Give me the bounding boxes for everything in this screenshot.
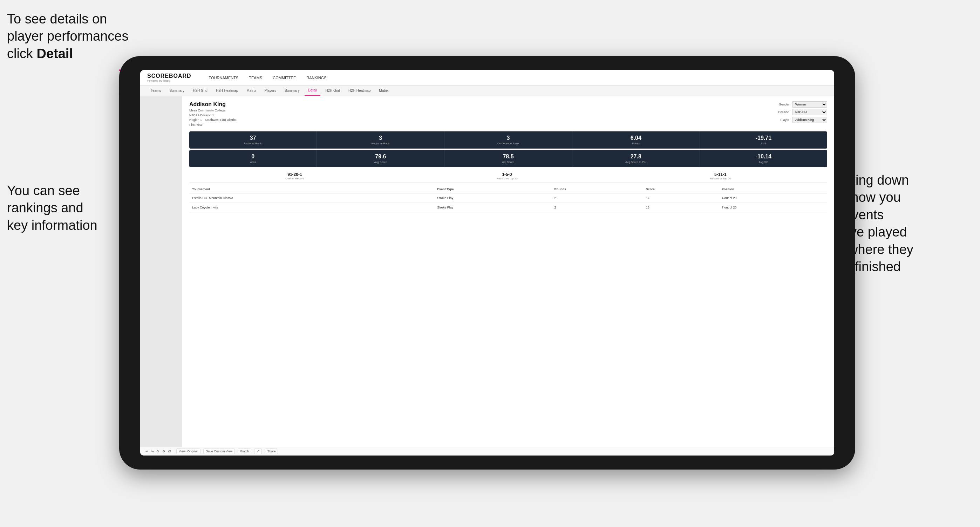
watch-button[interactable]: Watch [238,449,251,454]
gender-selector-row: Gender Women [773,101,827,108]
tablet-device: SCOREBOARD Powered by clippd TOURNAMENTS… [119,56,855,470]
logo-sub: Powered by clippd [147,79,191,83]
stat-avg-score-par: 27.8 Avg Score to Par [573,150,700,167]
top25-record-label: Record vs top 25 [496,177,517,180]
nav-committee[interactable]: COMMITTEE [273,74,296,81]
player-year: First Year [189,123,237,127]
gender-label: Gender [773,103,789,106]
undo-icon[interactable]: ↩ [145,449,148,453]
points-value: 6.04 [574,135,697,141]
top-nav: SCOREBOARD Powered by clippd TOURNAMENTS… [140,70,834,86]
subnav-matrix[interactable]: Matrix [243,86,259,95]
overall-record: 91-20-1 Overall Record [285,172,304,180]
stats-row-1: 37 National Rank 3 Regional Rank 3 Confe… [189,132,827,149]
subnav-h2h-heatmap[interactable]: H2H Heatmap [212,86,242,95]
settings-icon[interactable]: ⚙ [162,449,165,453]
adj-score-value: 78.5 [447,154,570,160]
stat-sos: -19.71 SoS [700,132,827,149]
nav-rankings[interactable]: RANKINGS [306,74,326,81]
top50-record: 5-11-1 Record vs top 50 [710,172,731,180]
main-content: Addison King Mesa Community College NJCA… [140,96,834,447]
tournament-table: Tournament Event Type Rounds Score Posit… [189,185,827,212]
subnav-h2h-grid[interactable]: H2H Grid [189,86,211,95]
player-select[interactable]: Addison King [792,117,827,123]
stat-points: 6.04 Points [573,132,700,149]
table-header: Tournament Event Type Rounds Score Posit… [189,185,827,194]
sub-nav: Teams Summary H2H Grid H2H Heatmap Matri… [140,86,834,96]
save-custom-view-button[interactable]: Save Custom View [203,449,235,454]
refresh-icon[interactable]: ⟳ [157,449,159,453]
wins-label: Wins [191,160,314,163]
event-type-2: Stroke Play [434,203,551,212]
player-header: Addison King Mesa Community College NJCA… [189,101,827,127]
adj-score-label: Adj Score [447,160,570,163]
score-2: 16 [643,203,719,212]
stat-conference-rank: 3 Conference Rank [444,132,572,149]
col-tournament: Tournament [189,185,434,194]
col-event-type: Event Type [434,185,551,194]
subnav-matrix2[interactable]: Matrix [375,86,392,95]
avg-score-label: Avg Score [319,160,442,163]
rounds-1: 2 [552,194,643,203]
clock-icon[interactable]: ⏱ [168,449,171,453]
rounds-2: 2 [552,203,643,212]
subnav-h2h-grid2[interactable]: H2H Grid [322,86,344,95]
tournament-name-1: Estella CC- Mountain Classic [189,194,434,203]
records-row: 91-20-1 Overall Record 1-5-0 Record vs t… [189,170,827,183]
stats-row-2: 0 Wins 79.6 Avg Score 78.5 Adj Score 2 [189,150,827,167]
avg-score-par-value: 27.8 [574,154,697,160]
event-type-1: Stroke Play [434,194,551,203]
player-selector-label: Player [773,118,789,122]
annotation-top-left: To see details onplayer performancesclic… [7,11,140,62]
avg-sg-label: Avg SG [702,160,825,163]
subnav-teams[interactable]: Teams [147,86,164,95]
col-position: Position [719,185,827,194]
subnav-players[interactable]: Players [261,86,280,95]
stat-adj-score: 78.5 Adj Score [444,150,572,167]
subnav-h2h-heatmap2[interactable]: H2H Heatmap [345,86,374,95]
toolbar-view-group: View: Original Save Custom View Watch ⤢ … [176,449,278,454]
stat-regional-rank: 3 Regional Rank [317,132,444,149]
stat-wins: 0 Wins [189,150,317,167]
bottom-toolbar: ↩ ↪ ⟳ ⚙ ⏱ View: Original Save Custom Vie… [140,447,834,456]
regional-rank-label: Regional Rank [319,142,442,145]
player-region: Region 1 - Southwest (18) District [189,118,237,123]
redo-icon[interactable]: ↪ [151,449,154,453]
top25-record: 1-5-0 Record vs top 25 [496,172,517,180]
subnav-summary[interactable]: Summary [166,86,188,95]
nav-tournaments[interactable]: TOURNAMENTS [209,74,239,81]
tablet-screen: SCOREBOARD Powered by clippd TOURNAMENTS… [140,70,834,456]
conference-rank-label: Conference Rank [447,142,570,145]
position-2: 7 out of 20 [719,203,827,212]
nav-teams[interactable]: TEAMS [249,74,262,81]
table-body: Estella CC- Mountain Classic Stroke Play… [189,194,827,212]
table-row[interactable]: Estella CC- Mountain Classic Stroke Play… [189,194,827,203]
division-label: Division [773,110,789,114]
avg-score-value: 79.6 [319,154,442,160]
col-rounds: Rounds [552,185,643,194]
points-label: Points [574,142,697,145]
annotation-bottom-left: You can see rankings and key information [7,182,133,234]
sos-value: -19.71 [702,135,825,141]
overall-record-label: Overall Record [285,177,304,180]
share-button[interactable]: Share [265,449,278,454]
subnav-summary2[interactable]: Summary [281,86,303,95]
national-rank-label: National Rank [191,142,314,145]
view-original-button[interactable]: View: Original [176,449,200,454]
player-college: Mesa Community College [189,108,237,113]
division-select[interactable]: NJCAA I [792,109,827,115]
avg-sg-value: -10.14 [702,154,825,160]
subnav-detail[interactable]: Detail [305,86,321,96]
player-division: NJCAA Division 1 [189,113,237,118]
score-1: 17 [643,194,719,203]
wins-value: 0 [191,154,314,160]
stat-avg-score: 79.6 Avg Score [317,150,444,167]
toolbar-undo-group: ↩ ↪ ⟳ ⚙ ⏱ [145,449,171,453]
gender-select[interactable]: Women [792,101,827,108]
top50-record-value: 5-11-1 [710,172,731,177]
screen-share-icon[interactable]: ⤢ [254,449,262,454]
player-selector-row: Player Addison King [773,117,827,123]
table-row[interactable]: Lady Coyote Invite Stroke Play 2 16 7 ou… [189,203,827,212]
content-area: Addison King Mesa Community College NJCA… [182,96,834,447]
app-container: SCOREBOARD Powered by clippd TOURNAMENTS… [140,70,834,456]
